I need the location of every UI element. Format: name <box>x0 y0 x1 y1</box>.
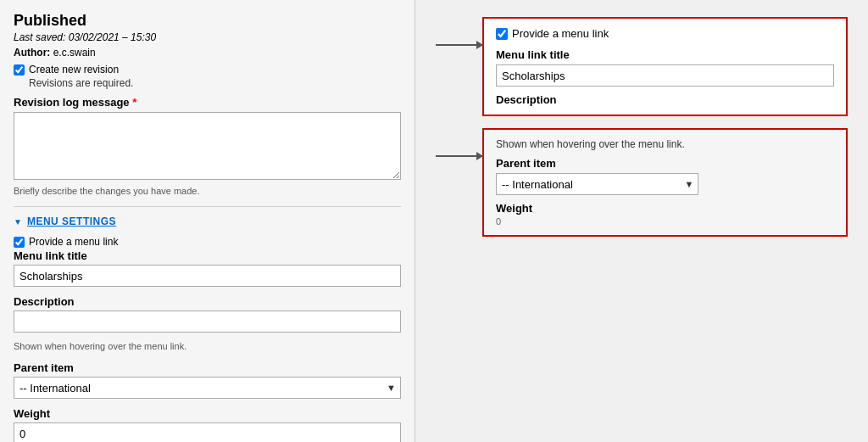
cb2-weight-value: 0 <box>496 216 834 227</box>
create-revision-label: Create new revision <box>29 64 119 76</box>
last-saved: Last saved: 03/02/2021 – 15:30 <box>14 31 401 43</box>
parent-item-label: Parent item <box>14 361 401 374</box>
parent-item-select-wrapper: -- International ▼ <box>14 377 401 399</box>
menu-settings-title[interactable]: MENU SETTINGS <box>27 215 116 227</box>
author-label: Author: <box>14 47 50 59</box>
triangle-icon: ▼ <box>14 217 22 227</box>
cb2-weight-label: Weight <box>496 202 834 215</box>
cb2-parent-item-select[interactable]: -- International <box>496 173 698 195</box>
annotation-row-1: Provide a menu link Menu link title Desc… <box>436 17 848 116</box>
menu-link-title-input[interactable] <box>14 265 401 287</box>
cb1-description-label: Description <box>496 93 834 106</box>
menu-link-title-field: Menu link title <box>14 249 401 287</box>
provide-menu-link-label: Provide a menu link <box>29 236 118 248</box>
right-panel: Provide a menu link Menu link title Desc… <box>415 0 868 442</box>
published-section: Published Last saved: 03/02/2021 – 15:30… <box>14 12 401 196</box>
required-star: * <box>132 96 136 109</box>
cb2-parent-item-label: Parent item <box>496 157 834 170</box>
cb2-select-wrapper: -- International ▼ <box>496 173 698 195</box>
provide-menu-link-checkbox[interactable] <box>14 237 25 248</box>
cb2-hover-hint: Shown when hovering over the menu link. <box>496 138 834 150</box>
create-revision-row: Create new revision <box>14 64 401 76</box>
cb1-menu-link-title-input[interactable] <box>496 64 834 87</box>
revision-log-hint: Briefly describe the changes you have ma… <box>14 186 401 196</box>
published-title: Published <box>14 12 401 30</box>
arrow-2-container <box>436 128 482 157</box>
cb1-checkbox-row: Provide a menu link <box>496 27 834 40</box>
arrow-1-container <box>436 17 482 46</box>
callout-box-2: Shown when hovering over the menu link. … <box>482 128 848 237</box>
arrow-2 <box>436 155 482 157</box>
divider <box>14 206 401 207</box>
cb1-provide-menu-link-label: Provide a menu link <box>512 27 609 40</box>
description-hint: Shown when hovering over the menu link. <box>14 341 401 351</box>
revision-log-textarea[interactable] <box>14 112 401 180</box>
weight-field: Weight <box>14 407 401 442</box>
menu-link-title-label: Menu link title <box>14 249 401 262</box>
author-line: Author: e.c.swain <box>14 47 401 59</box>
provide-menu-link-row: Provide a menu link <box>14 236 401 248</box>
cb1-menu-link-title-label: Menu link title <box>496 48 834 61</box>
parent-item-field: Parent item -- International ▼ <box>14 361 401 399</box>
arrow-1 <box>436 44 482 46</box>
last-saved-value: 03/02/2021 – 15:30 <box>69 31 156 43</box>
annotation-row-2: Shown when hovering over the menu link. … <box>436 128 848 237</box>
description-input[interactable] <box>14 311 401 333</box>
callout-box-1: Provide a menu link Menu link title Desc… <box>482 17 848 116</box>
weight-input[interactable] <box>14 422 401 442</box>
parent-item-select[interactable]: -- International <box>14 377 401 399</box>
revisions-note: Revisions are required. <box>29 77 401 89</box>
left-panel: Published Last saved: 03/02/2021 – 15:30… <box>0 0 415 442</box>
cb1-provide-menu-link-checkbox[interactable] <box>496 28 508 40</box>
last-saved-label: Last saved: <box>14 31 65 43</box>
description-label: Description <box>14 295 401 308</box>
weight-label: Weight <box>14 407 401 420</box>
author-value: e.c.swain <box>53 47 96 59</box>
menu-form: Provide a menu link Menu link title Desc… <box>14 236 401 442</box>
revision-log-label: Revision log message * <box>14 96 401 109</box>
menu-settings-header: ▼ MENU SETTINGS <box>14 215 401 227</box>
description-field: Description <box>14 295 401 333</box>
create-revision-checkbox[interactable] <box>14 64 25 76</box>
